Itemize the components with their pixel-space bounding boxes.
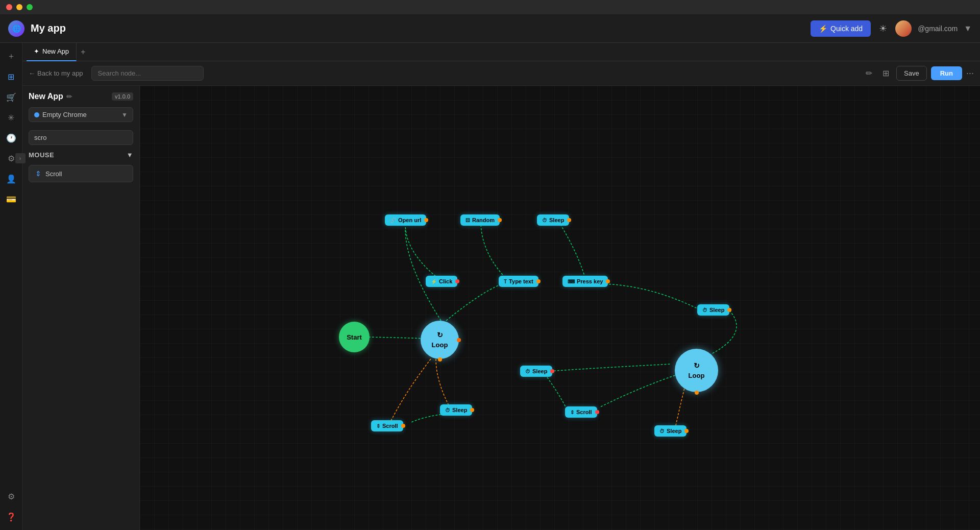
- panel-title-row: New App ✏ v1.0.0: [29, 92, 133, 101]
- grid-view-button[interactable]: ⊞: [879, 66, 892, 80]
- loop-node-1[interactable]: ↻ Loop: [421, 321, 459, 359]
- left-panel: New App ✏ v1.0.0 Empty Chrome ▼ MOUSE ▼: [22, 86, 140, 530]
- random-node[interactable]: ⚄ Random: [460, 214, 500, 226]
- sidebar-history-button[interactable]: 🕐: [2, 129, 20, 147]
- press-key-node[interactable]: ⌨ Press key: [562, 276, 608, 287]
- chevron-icon: ▼: [127, 151, 133, 159]
- sidebar-gear-button[interactable]: ⚙: [2, 487, 20, 505]
- titlebar: [0, 0, 980, 14]
- minimize-button[interactable]: [16, 4, 22, 10]
- sidebar-help-button[interactable]: ❓: [2, 508, 20, 526]
- avatar: [895, 20, 912, 37]
- edit-title-icon[interactable]: ✏: [66, 92, 72, 101]
- sidebar-nodes-button[interactable]: ✳: [2, 108, 20, 127]
- sleep4-port: [470, 408, 474, 412]
- sidebar-settings-expand[interactable]: ⚙ ›: [2, 149, 20, 167]
- tabs-bar: ✦ New App +: [22, 43, 980, 61]
- agent-name: Empty Chrome: [42, 111, 118, 118]
- loop2-port-bottom: [695, 391, 699, 395]
- sidebar-add-button[interactable]: ＋: [2, 47, 20, 65]
- sleep-node-1[interactable]: ⏱ Sleep: [537, 214, 569, 226]
- type-port: [536, 279, 541, 283]
- loop1-port-bottom: [438, 357, 442, 362]
- sleep5-icon: ⏱: [659, 428, 665, 434]
- loop1-port-right: [457, 338, 461, 342]
- sidebar-users-button[interactable]: 👤: [2, 170, 20, 188]
- app-logo: 🌐: [8, 20, 24, 37]
- search-node-input[interactable]: [91, 66, 204, 81]
- back-icon: ←: [29, 69, 35, 77]
- email-text: @gmail.com: [918, 25, 958, 33]
- start-label: Start: [347, 333, 362, 341]
- toolbar: ← Back to my app ✏ ⊞ Save Run ···: [22, 61, 980, 86]
- click-node[interactable]: ⚡ Click: [426, 276, 457, 287]
- quick-add-button[interactable]: ⚡ Quick add: [811, 20, 871, 37]
- sidebar-cart-button[interactable]: 🛒: [2, 88, 20, 106]
- random-icon: ⚄: [465, 218, 470, 223]
- scroll-node-2[interactable]: ⇕ Scroll: [565, 406, 597, 418]
- sleep4-icon: ⏱: [445, 407, 450, 413]
- canvas[interactable]: Start ↻ Loop ↻ Loop: [140, 86, 980, 530]
- sidebar-grid-button[interactable]: ⊞: [2, 67, 20, 86]
- scroll-node-item[interactable]: ⇕ Scroll: [29, 165, 133, 182]
- tab-icon: ✦: [34, 47, 39, 55]
- header: 🌐 My app ⚡ Quick add ☀ @gmail.com ▼: [0, 14, 980, 43]
- random-port: [498, 218, 502, 222]
- sleep1-port: [567, 218, 571, 222]
- sidebar: ＋ ⊞ 🛒 ✳ 🕐 ⚙ › 👤 💳 ⚙ ❓: [0, 43, 22, 530]
- open-url-node[interactable]: 🔗 Open url: [385, 214, 426, 226]
- theme-toggle-button[interactable]: ☀: [877, 21, 889, 36]
- content-area: ＋ ⊞ 🛒 ✳ 🕐 ⚙ › 👤 💳 ⚙ ❓ ✦ New App +: [0, 43, 980, 530]
- tab-new-app[interactable]: ✦ New App: [27, 43, 77, 61]
- click-icon: ⚡: [431, 279, 437, 284]
- app-title: My app: [31, 22, 804, 34]
- close-button[interactable]: [6, 4, 12, 10]
- scroll2-port: [595, 410, 599, 414]
- header-actions: ⚡ Quick add ☀ @gmail.com ▼: [811, 20, 972, 37]
- sleep5-port: [684, 429, 689, 433]
- scroll2-icon: ⇕: [570, 409, 574, 415]
- app-layout: 🌐 My app ⚡ Quick add ☀ @gmail.com ▼ ＋ ⊞ …: [0, 14, 980, 530]
- search-nodes-input[interactable]: [29, 130, 133, 145]
- sleep-node-2[interactable]: ⏱ Sleep: [697, 304, 729, 316]
- sleep1-icon: ⏱: [542, 218, 547, 223]
- save-button[interactable]: Save: [896, 66, 927, 81]
- edit-icon-button[interactable]: ✏: [863, 66, 875, 80]
- loop1-label: Loop: [432, 341, 448, 349]
- type-text-node[interactable]: T Type text: [499, 276, 538, 287]
- sidebar-billing-button[interactable]: 💳: [2, 190, 20, 208]
- lightning-icon: ⚡: [819, 25, 827, 33]
- maximize-button[interactable]: [27, 4, 33, 10]
- loop2-label: Loop: [689, 372, 705, 379]
- type-icon: T: [504, 279, 507, 284]
- add-tab-button[interactable]: +: [77, 47, 89, 57]
- back-link[interactable]: ← Back to my app: [29, 69, 83, 77]
- scroll-node-1[interactable]: ⇕ Scroll: [371, 420, 403, 431]
- sleep-node-3[interactable]: ⏱ Sleep: [520, 366, 552, 377]
- agent-status-dot: [34, 112, 39, 117]
- sleep3-icon: ⏱: [525, 369, 530, 374]
- start-node[interactable]: Start: [339, 322, 370, 352]
- open-url-port: [424, 218, 428, 222]
- link-icon: 🔗: [390, 218, 396, 223]
- sleep-node-5[interactable]: ⏱ Sleep: [654, 425, 687, 437]
- agent-chevron-icon: ▼: [121, 111, 128, 118]
- workspace-area: New App ✏ v1.0.0 Empty Chrome ▼ MOUSE ▼: [22, 86, 980, 530]
- agent-selector[interactable]: Empty Chrome ▼: [29, 107, 133, 122]
- panel-title: New App: [29, 92, 63, 101]
- keyboard-icon: ⌨: [568, 279, 575, 284]
- sleep2-icon: ⏱: [702, 307, 707, 313]
- connections-svg: [140, 86, 980, 530]
- mouse-section-header[interactable]: MOUSE ▼: [29, 149, 133, 161]
- chevron-down-icon: ▼: [964, 24, 972, 33]
- scroll1-icon: ⇕: [376, 423, 380, 429]
- loop-node-2[interactable]: ↻ Loop: [675, 349, 718, 392]
- sleep-node-4[interactable]: ⏱ Sleep: [440, 404, 472, 416]
- sleep3-port: [550, 369, 554, 373]
- run-button[interactable]: Run: [931, 66, 962, 80]
- scroll1-port: [401, 424, 405, 428]
- version-badge: v1.0.0: [112, 92, 133, 101]
- scroll-icon: ⇕: [35, 170, 41, 178]
- sleep2-port: [727, 308, 731, 312]
- more-options-button[interactable]: ···: [966, 68, 974, 79]
